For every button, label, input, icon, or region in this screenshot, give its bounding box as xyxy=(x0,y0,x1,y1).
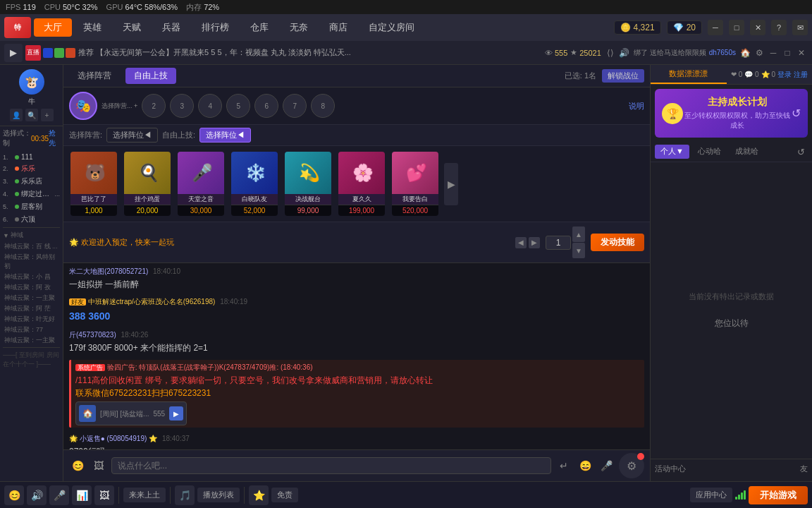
toolbar2-home[interactable]: 🏠 xyxy=(739,47,751,59)
card-5[interactable]: 💫 决战舰台 99,000 xyxy=(283,150,333,217)
image-icon[interactable]: 🖼 xyxy=(90,457,107,474)
card-3[interactable]: 🎤 天堂之音 30,000 xyxy=(176,150,226,217)
toolbar2-close[interactable]: ✕ xyxy=(795,47,808,59)
nav-tab-misc[interactable]: 无奈 xyxy=(280,18,318,37)
subgroup-item-3[interactable]: 神域云聚：小 昌 xyxy=(0,272,63,282)
grab-btn[interactable]: 抢先 xyxy=(49,128,60,148)
slot-3[interactable]: 3 xyxy=(170,94,194,118)
voice-icon[interactable]: 🎤 xyxy=(598,457,615,474)
stream-icon[interactable]: ▶ xyxy=(4,44,23,62)
sidebar-add-icon[interactable]: + xyxy=(41,109,54,121)
toolbar2-maximize[interactable]: □ xyxy=(781,47,794,59)
help-link[interactable]: 说明 xyxy=(629,101,644,111)
card-7[interactable]: 💕 我要告白 520,000 xyxy=(390,150,440,217)
nav-tab-custom[interactable]: 自定义房间 xyxy=(359,18,424,37)
toolbar2-volume[interactable]: 🔊 xyxy=(618,47,631,59)
card-2[interactable]: 🍳 挂个鸡蛋 20,000 xyxy=(123,150,172,217)
taskbar-chart-icon[interactable]: 📊 xyxy=(72,485,92,505)
right-login-btn[interactable]: 登录 xyxy=(777,70,792,80)
main-avatar[interactable]: 🎭 xyxy=(69,92,97,120)
taskbar-mic-icon[interactable]: 🎤 xyxy=(49,485,69,505)
qty-input[interactable] xyxy=(546,236,571,250)
slot-8[interactable]: 8 xyxy=(311,94,335,118)
slot-7[interactable]: 7 xyxy=(283,94,307,118)
nav-tab-rank[interactable]: 排行榜 xyxy=(192,18,239,37)
promo-refresh[interactable]: ↺ xyxy=(792,107,801,120)
taskbar-emoji-icon[interactable]: 😊 xyxy=(4,485,24,505)
taskbar-disclaimer-btn[interactable]: 免责 xyxy=(271,488,298,502)
scroll-right-btn[interactable]: ▶ xyxy=(529,237,540,248)
enter-icon[interactable]: ↵ xyxy=(555,457,572,474)
subgroup-item-4[interactable]: 神域云聚：阿 孜 xyxy=(0,282,63,293)
taskbar-image-icon[interactable]: 🖼 xyxy=(94,485,114,505)
emoji-icon[interactable]: 😊 xyxy=(69,457,86,474)
right-tab-data[interactable]: 数据漂漂漂 xyxy=(651,65,727,84)
taskbar-playlist-btn[interactable]: 播放列表 xyxy=(197,488,240,502)
message-button[interactable]: ✉ xyxy=(792,20,808,35)
taskbar-star-icon[interactable]: ⭐ xyxy=(249,485,269,505)
close-button[interactable]: ✕ xyxy=(750,20,765,35)
card-1[interactable]: 🐻 芭比了了 1,000 xyxy=(69,150,118,217)
subtab-achievement[interactable]: 成就哈 xyxy=(730,145,764,159)
friend-item-4[interactable]: 4. 绑定过的朋友的朋友 ... xyxy=(0,188,63,200)
friend-item-6[interactable]: 6. 六顶 xyxy=(0,213,63,226)
help-button[interactable]: ? xyxy=(771,20,787,35)
friend-item-5[interactable]: 5. 层客别 xyxy=(0,200,63,213)
sidebar-profile-icon[interactable]: 👤 xyxy=(10,109,23,121)
subgroup-item-2[interactable]: 神域云聚：风特别初 xyxy=(0,252,63,272)
subgroup-item-1[interactable]: 神域云聚：百 线 ... xyxy=(0,241,63,252)
subgroup-item-6[interactable]: 神域云聚：阿 茫 xyxy=(0,303,63,314)
slot-5[interactable]: 5 xyxy=(226,94,250,118)
nav-tab-talent[interactable]: 天赋 xyxy=(113,18,151,37)
friend-more-4[interactable]: ... xyxy=(54,190,60,198)
qty-down[interactable]: ▼ xyxy=(572,243,585,258)
nav-tab-hero[interactable]: 英雄 xyxy=(73,18,111,37)
right-register-btn[interactable]: 注册 xyxy=(794,70,808,80)
chat-input[interactable] xyxy=(111,457,551,474)
filter-active[interactable]: 选择阵位◀ xyxy=(199,128,251,143)
taskbar-come-up-btn[interactable]: 来来上土 xyxy=(123,488,166,502)
slot-2[interactable]: 2 xyxy=(142,94,166,118)
activate-button[interactable]: 发动技能 xyxy=(591,234,644,251)
app-center-btn[interactable]: 应用中心 xyxy=(690,488,732,502)
toolbar2-share[interactable]: ⟨⟩ xyxy=(604,47,617,59)
maximize-button[interactable]: □ xyxy=(729,20,744,35)
toolbar2-settings[interactable]: ⚙ xyxy=(753,47,765,59)
cards-scroll-right[interactable]: ▶ xyxy=(444,163,458,205)
subtab-interactive[interactable]: 心动哈 xyxy=(692,145,727,159)
slot-4[interactable]: 4 xyxy=(198,94,222,118)
sidebar-search-icon[interactable]: 🔍 xyxy=(25,109,38,121)
slot-6[interactable]: 6 xyxy=(254,94,278,118)
nav-tab-hall[interactable]: 大厅 xyxy=(34,18,72,37)
card-4[interactable]: ❄️ 白晓队友 52,000 xyxy=(230,150,279,217)
subgroup-item-5[interactable]: 神域云聚：一主聚 xyxy=(0,293,63,303)
subgroup-header[interactable]: ▼ 神域 xyxy=(3,231,60,240)
card-6[interactable]: 🌸 夏久久 199,000 xyxy=(337,150,386,217)
nav-tab-storage[interactable]: 仓库 xyxy=(240,18,278,37)
chat-settings-btn[interactable]: ⚙ xyxy=(619,453,644,478)
subgroup-item-7[interactable]: 神域云聚：叶无好 xyxy=(0,314,63,325)
friend-item-1[interactable]: 1. 111 xyxy=(0,152,63,162)
subtab-personal[interactable]: 个人▼ xyxy=(655,145,689,159)
minimize-button[interactable]: ─ xyxy=(708,20,723,35)
taskbar-music-icon[interactable]: 🎵 xyxy=(175,485,195,505)
toolbar2-minimize[interactable]: ─ xyxy=(767,47,780,59)
nav-tab-weapon[interactable]: 兵器 xyxy=(152,18,190,37)
filter-all[interactable]: 选择阵位◀ xyxy=(106,128,158,143)
taskbar-volume-icon[interactable]: 🔊 xyxy=(27,485,47,505)
subtab-refresh[interactable]: ↺ xyxy=(794,145,808,159)
subgroup-item-9[interactable]: 神域云聚：一主聚 xyxy=(0,335,63,346)
room-tab-free[interactable]: 自由上技 xyxy=(125,68,176,84)
room-tab-camp[interactable]: 选择阵营 xyxy=(69,68,120,84)
nav-tab-shop[interactable]: 商店 xyxy=(319,18,357,37)
subgroup-item-8[interactable]: 神域云聚：77 xyxy=(0,325,63,335)
preview-arrow-btn[interactable]: ▶ xyxy=(169,406,183,421)
emoji-picker-icon[interactable]: 😄 xyxy=(577,457,593,474)
cpu-pct: 32% xyxy=(82,3,98,11)
friend-item-3[interactable]: 3. 乐乐店 xyxy=(0,175,63,188)
unlock-btn[interactable]: 解锁战位 xyxy=(602,69,644,83)
start-game-btn[interactable]: 开始游戏 xyxy=(749,486,808,504)
qty-up[interactable]: ▲ xyxy=(572,226,585,242)
scroll-left-btn[interactable]: ◀ xyxy=(515,237,527,248)
friend-item-2[interactable]: 2. 乐乐 xyxy=(0,162,63,175)
